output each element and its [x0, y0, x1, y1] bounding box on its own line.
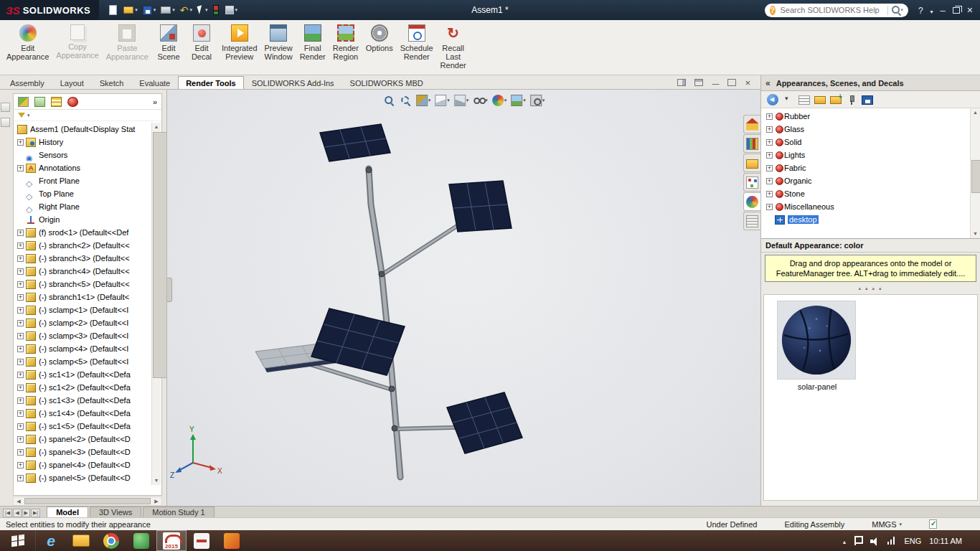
- expand-icon[interactable]: +: [17, 139, 24, 146]
- help-icon[interactable]: [918, 4, 923, 17]
- ribbon-button[interactable]: Render Region: [329, 22, 362, 63]
- action-center-flag-icon[interactable]: [854, 536, 862, 545]
- tree-item[interactable]: + (f) srod<1> (Default<<Def: [15, 226, 151, 239]
- dropdown-caret-icon[interactable]: ▾: [523, 98, 526, 103]
- tree-item[interactable]: + (-) sbranch<2> (Default<<: [15, 239, 151, 252]
- dropdown-caret-icon[interactable]: ▾: [447, 98, 450, 103]
- expand-icon[interactable]: +: [766, 178, 773, 184]
- scroll-down-icon[interactable]: ▼: [971, 230, 980, 238]
- ribbon-button[interactable]: Preview Window: [261, 22, 296, 63]
- command-tab[interactable]: Render Tools: [178, 76, 243, 89]
- save-palette-icon[interactable]: [862, 95, 873, 105]
- tree-item[interactable]: + (-) sc1<2> (Default<<Defa: [15, 381, 151, 394]
- model-canvas[interactable]: Y X Z: [167, 90, 760, 506]
- expand-icon[interactable]: +: [766, 113, 773, 120]
- selection-filter-icon[interactable]: [1, 118, 10, 127]
- tree-horizontal-scrollbar[interactable]: ◀ ▶: [13, 496, 162, 506]
- document-tab[interactable]: Motion Study 1: [143, 507, 214, 517]
- help-search-box[interactable]: ▾: [765, 4, 908, 17]
- solar-panel-top[interactable]: [320, 124, 390, 161]
- close-document-icon[interactable]: [745, 76, 750, 89]
- expand-icon[interactable]: +: [766, 191, 773, 197]
- ribbon-button[interactable]: Options: [362, 22, 397, 55]
- task-pane-tab[interactable]: [743, 212, 760, 230]
- command-tab[interactable]: Layout: [52, 76, 92, 89]
- tree-item[interactable]: + (-) sbranch1<1> (Default<: [15, 291, 151, 303]
- quick-access-button[interactable]: ▾: [197, 6, 208, 15]
- quick-access-button[interactable]: ▾: [143, 6, 156, 15]
- ribbon-button[interactable]: Schedule Render: [397, 22, 437, 63]
- document-tab[interactable]: Model: [47, 507, 88, 517]
- filter-funnel-icon[interactable]: [18, 113, 25, 118]
- tree-item[interactable]: + (-) sc1<1> (Default<<Defa: [15, 368, 151, 381]
- task-pane-tab[interactable]: [743, 115, 760, 133]
- minimize-document-icon[interactable]: [712, 76, 719, 89]
- appearance-item[interactable]: solar-panel: [777, 301, 857, 391]
- filter-caret-icon[interactable]: ▾: [27, 113, 30, 118]
- expand-icon[interactable]: +: [17, 255, 24, 262]
- quick-access-button[interactable]: [213, 5, 220, 15]
- dropdown-caret-icon[interactable]: ▾: [466, 98, 469, 103]
- pane-preview-icon[interactable]: [677, 79, 686, 86]
- expand-icon[interactable]: +: [17, 359, 24, 365]
- taskbar-item[interactable]: [217, 530, 247, 551]
- add-folder-icon[interactable]: [830, 96, 842, 104]
- appearance-category[interactable]: + Stone: [764, 187, 980, 200]
- command-tab[interactable]: Assembly: [2, 76, 52, 89]
- expand-icon[interactable]: +: [17, 372, 24, 378]
- panel-splitter[interactable]: [167, 278, 172, 302]
- command-tab[interactable]: Sketch: [92, 76, 132, 89]
- scroll-down-icon[interactable]: ▼: [152, 476, 161, 485]
- tab-nav-button[interactable]: |◀: [3, 509, 12, 517]
- tree-item[interactable]: + (-) sc1<5> (Default<<Defa: [15, 420, 151, 433]
- solar-panel-lower-right[interactable]: [447, 392, 522, 453]
- expand-icon[interactable]: +: [17, 307, 24, 314]
- expand-icon[interactable]: +: [17, 410, 24, 417]
- volume-icon[interactable]: [870, 537, 880, 545]
- scrollbar-thumb[interactable]: [24, 498, 151, 504]
- appearance-category[interactable]: + Rubber: [764, 110, 980, 123]
- scroll-right-icon[interactable]: ▶: [151, 499, 161, 504]
- quick-access-button[interactable]: ▾: [180, 6, 192, 14]
- quick-access-button[interactable]: [109, 5, 118, 15]
- ribbon-button[interactable]: Integrated Preview: [218, 22, 261, 63]
- back-history-caret-icon[interactable]: [783, 94, 794, 105]
- close-icon[interactable]: [967, 4, 973, 17]
- expand-icon[interactable]: +: [17, 397, 24, 404]
- expand-icon[interactable]: +: [17, 475, 24, 481]
- tab-nav-button[interactable]: ▶|: [31, 509, 40, 517]
- ribbon-button[interactable]: Final Render: [296, 22, 329, 63]
- tree-item[interactable]: + (-) sclamp<2> (Default<<I: [15, 316, 151, 329]
- expand-icon[interactable]: +: [17, 165, 24, 171]
- hud-button[interactable]: ▾: [453, 94, 470, 107]
- pin-icon[interactable]: [846, 94, 857, 105]
- quick-access-button[interactable]: ▾: [123, 6, 138, 14]
- expand-icon[interactable]: +: [17, 385, 24, 391]
- appearance-category[interactable]: + Organic: [764, 174, 980, 187]
- configurationmanager-icon[interactable]: [51, 97, 62, 107]
- ribbon-button[interactable]: Edit Decal: [185, 22, 218, 63]
- expand-icon[interactable]: +: [17, 462, 24, 468]
- tree-item[interactable]: Front Plane: [15, 174, 151, 187]
- graphics-viewport[interactable]: Y X Z ▾: [166, 90, 760, 506]
- appearances-scrollbar[interactable]: ▲ ▼: [970, 108, 980, 238]
- hud-button[interactable]: ▾: [434, 94, 451, 107]
- featuremanager-flyout-icon[interactable]: [1, 103, 10, 112]
- restore-icon[interactable]: [953, 7, 960, 14]
- taskbar-item[interactable]: [187, 530, 217, 551]
- solar-panel-upper-right[interactable]: [449, 181, 512, 232]
- expand-icon[interactable]: +: [17, 268, 24, 275]
- language-indicator[interactable]: ENG: [904, 537, 921, 545]
- tree-item[interactable]: + (-) spanel<5> (Default<<D: [15, 471, 151, 484]
- hud-button[interactable]: ▾: [510, 94, 527, 107]
- task-pane-tab[interactable]: [743, 192, 760, 211]
- ribbon-button[interactable]: Paste Appearance: [103, 22, 152, 63]
- expand-icon[interactable]: +: [17, 346, 24, 352]
- search-input[interactable]: [779, 5, 884, 15]
- expand-icon[interactable]: +: [17, 242, 24, 249]
- tree-item[interactable]: + Annotations: [15, 161, 151, 174]
- clock[interactable]: 10:11 AM: [929, 537, 962, 545]
- expand-icon[interactable]: +: [766, 165, 773, 171]
- tree-item[interactable]: Assem1 (Default<Display Stat: [15, 123, 151, 136]
- overflow-chevron-icon[interactable]: »: [153, 98, 157, 106]
